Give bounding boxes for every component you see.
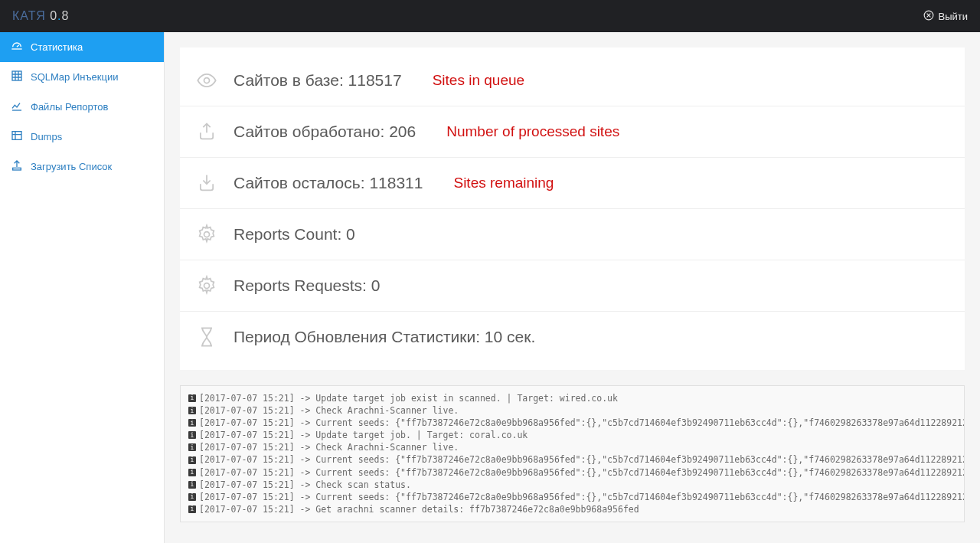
sidebar-item-dumps[interactable]: Dumps xyxy=(0,122,164,152)
log-text: [2017-07-07 15:21] -> Check scan status. xyxy=(199,479,411,491)
brand-name: КАТЯ xyxy=(12,9,46,22)
info-badge-icon: i xyxy=(188,407,196,414)
svg-rect-3 xyxy=(13,168,21,170)
logout-label: Выйти xyxy=(939,11,969,22)
sidebar-item-label: SQLMap Инъекции xyxy=(31,71,118,83)
grid-icon xyxy=(11,70,23,84)
stat-text: Сайтов в базе: 118517 xyxy=(234,71,402,90)
logout-button[interactable]: Выйти xyxy=(923,10,969,23)
sidebar-item-sqlmap[interactable]: SQLMap Инъекции xyxy=(0,62,164,92)
stat-text: Reports Count: 0 xyxy=(234,225,355,244)
info-badge-icon: i xyxy=(188,443,196,451)
hourglass-icon xyxy=(195,325,218,348)
sidebar-item-label: Статистика xyxy=(31,41,83,53)
svg-rect-1 xyxy=(12,71,21,80)
chart-icon xyxy=(11,100,23,114)
log-text: [2017-07-07 15:21] -> Current seeds: {"f… xyxy=(199,466,965,479)
stats-card: Сайтов в базе: 118517 Sites in queue Сай… xyxy=(180,47,965,370)
gear-icon xyxy=(195,223,218,246)
stat-text: Сайтов осталось: 118311 xyxy=(234,174,423,192)
table-icon xyxy=(11,129,23,144)
svg-point-6 xyxy=(204,283,210,289)
main-content: Сайтов в базе: 118517 Sites in queue Сай… xyxy=(165,32,980,543)
stat-text: Сайтов обработано: 206 xyxy=(234,123,416,141)
log-text: [2017-07-07 15:21] -> Update target job … xyxy=(199,392,618,404)
sidebar-item-statistics[interactable]: Статистика xyxy=(0,32,164,62)
svg-point-4 xyxy=(204,78,210,83)
stat-row-sites-remaining: Сайтов осталось: 118311 Sites remaining xyxy=(180,158,965,209)
svg-point-5 xyxy=(204,232,210,237)
sidebar: Статистика SQLMap Инъекции Файлы Репорто… xyxy=(0,32,165,543)
sidebar-item-label: Загрузить Список xyxy=(31,161,112,172)
annotation: Sites remaining xyxy=(453,175,554,191)
info-badge-icon: i xyxy=(188,394,196,402)
sidebar-item-label: Файлы Репортов xyxy=(31,101,108,113)
sidebar-item-reports[interactable]: Файлы Репортов xyxy=(0,92,164,122)
eye-icon xyxy=(195,69,218,92)
info-badge-icon: i xyxy=(188,469,196,476)
log-line: i[2017-07-07 15:21] -> Check scan status… xyxy=(188,479,956,491)
annotation: Sites in queue xyxy=(433,72,524,89)
log-text: [2017-07-07 15:21] -> Get arachni scanne… xyxy=(199,503,639,515)
sidebar-item-label: Dumps xyxy=(31,131,62,142)
gear-icon xyxy=(195,274,218,297)
log-text: [2017-07-07 15:21] -> Check Arachni-Scan… xyxy=(199,441,459,453)
log-panel[interactable]: i[2017-07-07 15:21] -> Update target job… xyxy=(180,385,965,522)
log-text: [2017-07-07 15:21] -> Current seeds: {"f… xyxy=(199,491,965,503)
stat-row-update-period: Период Обновления Статистики: 10 сек. xyxy=(180,312,965,362)
brand: КАТЯ 0.8 xyxy=(12,9,69,23)
log-text: [2017-07-07 15:21] -> Current seeds: {"f… xyxy=(199,417,965,429)
svg-rect-2 xyxy=(12,132,21,140)
annotation: Number of processed sites xyxy=(446,123,619,140)
stat-row-reports-count: Reports Count: 0 xyxy=(180,209,965,260)
stat-text: Период Обновления Статистики: 10 сек. xyxy=(234,328,535,346)
log-text: [2017-07-07 15:21] -> Update target job.… xyxy=(199,429,528,441)
log-line: i[2017-07-07 15:21] -> Current seeds: {"… xyxy=(188,466,956,479)
stat-row-sites-processed: Сайтов обработано: 206 Number of process… xyxy=(180,106,965,158)
close-icon xyxy=(923,10,934,23)
log-line: i[2017-07-07 15:21] -> Current seeds: {"… xyxy=(188,453,956,466)
log-line: i[2017-07-07 15:21] -> Current seeds: {"… xyxy=(188,491,956,503)
sidebar-item-upload[interactable]: Загрузить Список xyxy=(0,152,164,182)
log-line: i[2017-07-07 15:21] -> Check Arachni-Sca… xyxy=(188,404,956,417)
info-badge-icon: i xyxy=(188,505,196,513)
stat-text: Reports Requests: 0 xyxy=(234,276,380,295)
stat-row-reports-requests: Reports Requests: 0 xyxy=(180,260,965,312)
download-icon xyxy=(195,172,218,195)
log-line: i[2017-07-07 15:21] -> Update target job… xyxy=(188,429,956,441)
log-line: i[2017-07-07 15:21] -> Current seeds: {"… xyxy=(188,417,956,429)
topbar: КАТЯ 0.8 Выйти xyxy=(0,0,980,32)
info-badge-icon: i xyxy=(188,456,196,464)
stat-row-sites-in-base: Сайтов в базе: 118517 Sites in queue xyxy=(180,55,965,106)
log-text: [2017-07-07 15:21] -> Current seeds: {"f… xyxy=(199,453,965,466)
brand-version-minor: 8 xyxy=(62,9,70,22)
log-line: i[2017-07-07 15:21] -> Get arachni scann… xyxy=(188,503,956,515)
log-text: [2017-07-07 15:21] -> Check Arachni-Scan… xyxy=(199,404,459,417)
info-badge-icon: i xyxy=(188,481,196,489)
info-badge-icon: i xyxy=(188,419,196,427)
info-badge-icon: i xyxy=(188,431,196,439)
log-line: i[2017-07-07 15:21] -> Update target job… xyxy=(188,392,956,404)
log-line: i[2017-07-07 15:21] -> Check Arachni-Sca… xyxy=(188,441,956,453)
upload-icon xyxy=(11,159,23,174)
brand-version-major: 0 xyxy=(50,9,57,22)
upload-icon xyxy=(195,120,218,143)
speedometer-icon xyxy=(11,40,23,54)
info-badge-icon: i xyxy=(188,493,196,501)
